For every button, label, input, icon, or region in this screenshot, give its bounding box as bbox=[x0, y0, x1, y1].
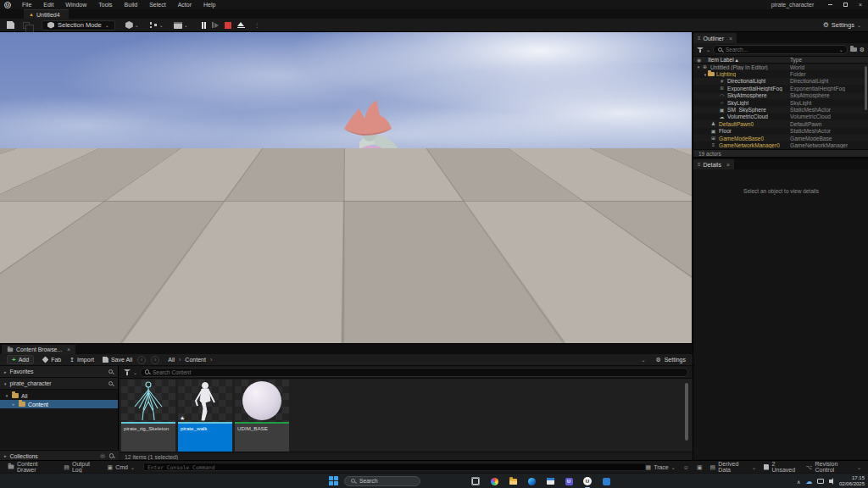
breadcrumb-all[interactable]: All bbox=[168, 357, 175, 363]
chevron-down-icon[interactable]: ⌄ bbox=[133, 369, 137, 375]
content-drawer-button[interactable]: Content Drawer bbox=[8, 461, 56, 473]
stop-button[interactable] bbox=[225, 22, 231, 29]
onedrive-icon[interactable]: ☁ bbox=[805, 478, 812, 485]
import-button[interactable]: ↥ Import bbox=[70, 357, 94, 363]
close-icon[interactable]: × bbox=[726, 162, 730, 168]
outliner-row[interactable]: ☁ VolumetricCloudVolumetricCloud bbox=[693, 114, 868, 120]
menu-build[interactable]: Build bbox=[119, 2, 144, 8]
browse-button[interactable] bbox=[23, 22, 30, 29]
save-all-button[interactable]: Save All bbox=[103, 357, 132, 363]
menu-tools[interactable]: Tools bbox=[92, 2, 118, 8]
filter-icon[interactable] bbox=[697, 47, 704, 53]
new-folder-icon[interactable] bbox=[850, 47, 857, 53]
filter-icon[interactable] bbox=[124, 369, 131, 375]
cinematics-dropdown[interactable]: ⌄ bbox=[174, 22, 188, 29]
outliner-row[interactable]: ☼ SkyLightSkyLight bbox=[693, 99, 868, 106]
menu-help[interactable]: Help bbox=[198, 2, 221, 8]
volume-icon[interactable] bbox=[829, 480, 832, 483]
frame-skip-button[interactable] bbox=[212, 22, 219, 28]
tab-content-browser[interactable]: Content Browse... × bbox=[2, 345, 75, 354]
content-settings-button[interactable]: Settings bbox=[665, 357, 686, 363]
asset-pirate-walk[interactable]: ★ pirate_walk bbox=[178, 380, 232, 452]
blue-app-icon[interactable] bbox=[602, 477, 610, 485]
add-button[interactable]: + Add bbox=[7, 355, 34, 364]
gear-icon[interactable]: ⚙ bbox=[860, 47, 865, 53]
chevron-down-icon[interactable]: ⌄ bbox=[641, 357, 645, 363]
pirate-character[interactable] bbox=[320, 97, 448, 293]
add-collection-icon[interactable]: ◎ bbox=[100, 452, 105, 459]
search-icon[interactable] bbox=[108, 453, 114, 459]
file-explorer-icon[interactable] bbox=[509, 477, 517, 485]
epic-launcher-icon[interactable]: U bbox=[565, 477, 573, 485]
menu-actor[interactable]: Actor bbox=[172, 2, 198, 8]
menu-file[interactable]: File bbox=[16, 2, 37, 8]
store-app-icon[interactable] bbox=[546, 477, 554, 485]
outliner-row[interactable]: ⊞ GameModeBase0GameModeBase bbox=[693, 135, 868, 141]
unreal-editor-taskbar-icon[interactable]: U bbox=[583, 477, 592, 485]
tray-chevron-up-icon[interactable]: ∧ bbox=[797, 479, 800, 485]
display-tray-icon[interactable] bbox=[817, 479, 824, 484]
column-type[interactable]: Type bbox=[790, 57, 802, 63]
save-level-button[interactable] bbox=[7, 21, 14, 29]
outliner-row[interactable]: ◠ SkyAtmosphereSkyAtmosphere bbox=[693, 92, 868, 99]
photos-app-icon[interactable] bbox=[490, 477, 498, 485]
close-button[interactable]: × bbox=[853, 0, 868, 9]
derived-data-dropdown[interactable]: ▤ Derived Data ⌄ bbox=[710, 461, 756, 473]
outliner-search-input[interactable] bbox=[726, 47, 837, 53]
cmd-dropdown[interactable]: ▣ Cmd ⌄ bbox=[108, 464, 135, 470]
outliner-row[interactable]: ▣ SM_SkySphereStaticMeshActor bbox=[693, 106, 868, 113]
menu-edit[interactable]: Edit bbox=[37, 2, 59, 8]
maximize-button[interactable] bbox=[837, 0, 853, 9]
outliner-row[interactable]: ≡ GameNetworkManager0GameNetworkManager bbox=[693, 141, 868, 148]
viewport-settings-dropdown[interactable]: ⚙ Settings ⌄ bbox=[823, 21, 861, 29]
console-command-input[interactable] bbox=[147, 464, 641, 470]
outliner-scrollbar[interactable] bbox=[865, 66, 867, 110]
tree-item-content[interactable]: ▸ Content bbox=[0, 400, 118, 408]
search-icon[interactable] bbox=[108, 380, 114, 386]
asset-udim-base[interactable]: UDIM_BASE bbox=[235, 380, 289, 452]
outliner-row[interactable]: ▣ FloorStaticMeshActor bbox=[693, 128, 868, 135]
play-options-dots-icon[interactable]: ⋮ bbox=[254, 22, 260, 29]
trace-dropdown[interactable]: ▦ Trace ⌄ bbox=[646, 464, 676, 470]
minimize-button[interactable] bbox=[822, 0, 837, 9]
asset-pirate-rig-skeleton[interactable]: pirate_rig_Skeleton bbox=[121, 380, 175, 452]
edge-browser-icon[interactable] bbox=[527, 477, 536, 485]
fab-button[interactable]: Fab bbox=[42, 357, 61, 363]
close-icon[interactable]: × bbox=[67, 347, 70, 352]
task-view-button[interactable] bbox=[471, 477, 480, 485]
eject-button[interactable] bbox=[237, 22, 245, 29]
breadcrumb-content[interactable]: Content bbox=[185, 357, 206, 363]
menu-window[interactable]: Window bbox=[59, 2, 92, 8]
feedback-smiley-icon[interactable]: ☺ bbox=[683, 464, 689, 470]
column-item-label[interactable]: Item Label ▴ bbox=[708, 57, 737, 64]
tab-outliner[interactable]: ≡ Outliner × bbox=[693, 33, 737, 43]
tab-details[interactable]: ≡ Details × bbox=[693, 159, 734, 169]
unreal-logo-icon[interactable]: U bbox=[4, 2, 11, 8]
add-actor-dropdown[interactable]: + ⌄ bbox=[125, 21, 139, 29]
viewport-3d[interactable] bbox=[0, 32, 693, 343]
unsaved-button[interactable]: 2 Unsaved bbox=[764, 461, 798, 473]
outliner-row[interactable]: ♟ DefaultPawn0DefaultPawn bbox=[693, 120, 868, 127]
chevron-down-icon[interactable]: ⌄ bbox=[839, 47, 843, 53]
project-header[interactable]: ▾ pirate_character bbox=[0, 378, 118, 390]
forward-button[interactable]: › bbox=[151, 356, 159, 364]
screenshot-icon[interactable]: ▣ bbox=[697, 464, 703, 470]
tree-item-all[interactable]: ▾ All bbox=[0, 391, 118, 400]
revision-control-dropdown[interactable]: ⌥ Revision Control ⌄ bbox=[805, 461, 861, 473]
pause-button[interactable] bbox=[202, 22, 207, 29]
asset-grid-scrollbar[interactable] bbox=[685, 383, 688, 441]
outliner-row[interactable]: ▾ ⊕ Untitled (Play In Editor)World bbox=[693, 64, 868, 70]
chevron-down-icon[interactable]: ⌄ bbox=[706, 47, 710, 53]
taskbar-search[interactable]: Search bbox=[344, 476, 420, 486]
search-icon[interactable] bbox=[108, 369, 114, 374]
blueprints-dropdown[interactable]: ⌄ bbox=[149, 21, 164, 29]
level-tab[interactable]: ▲ Untitled4 bbox=[24, 9, 69, 19]
asset-search-input[interactable] bbox=[153, 369, 684, 375]
start-button[interactable] bbox=[329, 476, 338, 485]
output-log-button[interactable]: ▤ Output Log bbox=[64, 461, 99, 473]
outliner-row[interactable]: ≋ ExponentialHeightFogExponentialHeightF… bbox=[693, 85, 868, 92]
favorites-header[interactable]: ▸ Favorites bbox=[0, 366, 118, 378]
taskbar-clock[interactable]: 17:15 02/06/2025 bbox=[839, 475, 865, 488]
outliner-row[interactable]: ☀ DirectionalLightDirectionalLight bbox=[693, 78, 868, 85]
close-icon[interactable]: × bbox=[729, 36, 732, 42]
